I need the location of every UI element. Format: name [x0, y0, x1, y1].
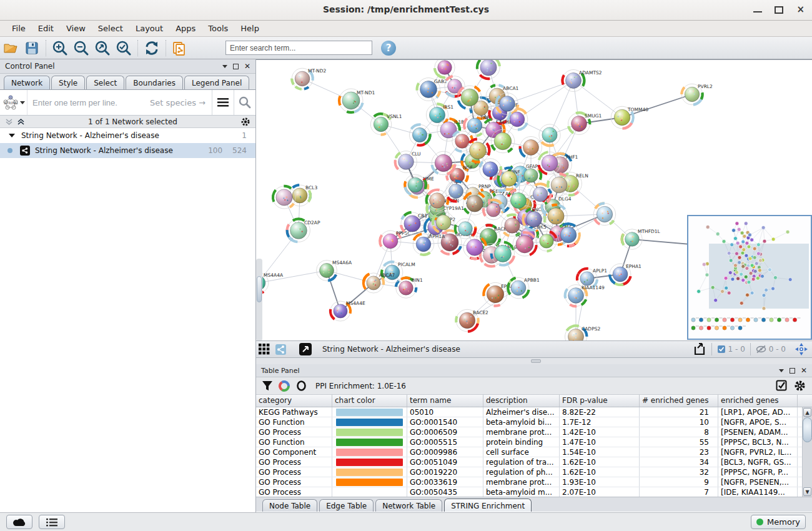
zoom-in-button[interactable] — [49, 39, 71, 57]
tab-style[interactable]: Style — [51, 76, 85, 89]
network-node-GAB2[interactable]: GAB2 — [415, 76, 447, 103]
column-header-description[interactable]: description — [483, 395, 560, 407]
minimize-icon[interactable] — [753, 6, 762, 12]
network-node-MT-ND1[interactable]: MT-ND1 — [335, 85, 375, 116]
table-row[interactable]: GO ProcessGO:0050435beta-amyloid m...2.0… — [256, 487, 812, 497]
network-row-selected[interactable]: String Network - Alzheimer's disease 100… — [0, 143, 255, 158]
network-node-MT-ND2[interactable]: MT-ND2 — [287, 64, 326, 93]
navigator-button[interactable] — [793, 342, 810, 357]
network-node[interactable] — [536, 121, 564, 149]
settings-gear-icon[interactable] — [794, 380, 806, 392]
tab-network-table[interactable]: Network Table — [375, 499, 442, 512]
string-query-input[interactable] — [27, 98, 150, 107]
menu-edit[interactable]: Edit — [32, 22, 59, 35]
column-header-chart-color[interactable]: chart color — [332, 395, 407, 407]
export-view-button[interactable] — [691, 342, 708, 357]
tab-string-enrichment[interactable]: STRING Enrichment — [444, 499, 532, 512]
network-node-MTHFD1L[interactable]: MTHFD1L — [618, 225, 660, 253]
network-node-PPP5C[interactable]: PPP5C — [376, 227, 411, 256]
gear-icon[interactable] — [240, 117, 250, 127]
task-history-button[interactable] — [39, 515, 65, 529]
table-row[interactable]: GO ComponentGO:0009986cell surface1.54E-… — [256, 447, 812, 457]
string-search-button[interactable] — [234, 90, 255, 115]
tab-node-table[interactable]: Node Table — [262, 499, 317, 512]
network-node[interactable] — [590, 199, 620, 230]
menu-layout[interactable]: Layout — [130, 22, 169, 35]
network-node[interactable] — [432, 60, 457, 81]
float-panel-icon[interactable] — [790, 368, 795, 374]
tab-network[interactable]: Network — [4, 76, 50, 89]
zoom-out-button[interactable] — [71, 39, 92, 57]
refresh-network-button[interactable] — [141, 39, 162, 57]
zoom-fit-button[interactable] — [92, 39, 113, 57]
network-node[interactable] — [400, 170, 430, 200]
network-node-EPHA3[interactable]: EPHA3 — [480, 279, 517, 309]
tab-legend-panel[interactable]: Legend Panel — [184, 76, 249, 89]
network-node[interactable] — [473, 60, 505, 83]
scrollbar-thumb[interactable] — [803, 417, 812, 442]
network-node-MS4A6A[interactable]: MS4A6A — [312, 256, 352, 285]
export-network-button[interactable] — [169, 39, 191, 57]
maximize-icon[interactable] — [775, 6, 783, 14]
float-panel-icon[interactable] — [233, 64, 239, 69]
network-node-CADPS2[interactable]: CADPS2 — [560, 321, 600, 340]
birds-eye-view[interactable] — [687, 215, 812, 340]
network-node-SMUG1[interactable]: SMUG1 — [564, 109, 602, 139]
column-header-enriched-genes[interactable]: enriched genes — [718, 395, 798, 407]
panel-divider[interactable] — [256, 358, 812, 364]
search-input[interactable] — [225, 41, 372, 55]
column-header-term-name[interactable]: term name — [407, 395, 483, 407]
ring-chart-icon[interactable] — [296, 380, 307, 391]
network-node-KIAA1149[interactable]: KIAA1149 — [561, 280, 605, 311]
column-header-FDR-p-value[interactable]: FDR p-value — [560, 395, 640, 407]
expand-all-icon[interactable] — [17, 118, 25, 126]
help-icon[interactable]: ? — [381, 41, 396, 56]
network-node-PVRL2[interactable]: PVRL2 — [680, 82, 713, 107]
grid-view-button[interactable] — [256, 342, 272, 357]
string-options-button[interactable] — [212, 90, 234, 115]
close-panel-icon[interactable]: ✕ — [801, 368, 807, 374]
network-node-CD2AP[interactable]: CD2AP — [283, 215, 320, 247]
table-row[interactable]: GO ProcessGO:0051049regulation of tra...… — [256, 457, 812, 467]
menu-view[interactable]: View — [61, 22, 91, 35]
open-session-button[interactable] — [0, 39, 21, 57]
tree-expand-icon[interactable] — [9, 134, 15, 137]
network-node[interactable] — [405, 121, 435, 150]
menu-file[interactable]: File — [6, 22, 31, 35]
scrollbar-thumb[interactable] — [257, 276, 262, 302]
string-logo-button[interactable]: STRING — [0, 90, 27, 115]
menu-select[interactable]: Select — [92, 22, 129, 35]
divider-grip[interactable] — [531, 359, 541, 363]
close-icon[interactable]: × — [796, 4, 805, 15]
scroll-down-icon[interactable]: ▼ — [803, 487, 811, 496]
column-header-category[interactable]: category — [256, 395, 332, 407]
network-vertical-scrollbar[interactable] — [256, 259, 262, 340]
menu-apps[interactable]: Apps — [170, 22, 201, 35]
open-in-string-button[interactable] — [297, 342, 314, 357]
table-row[interactable]: GO ProcessGO:0019220regulation of ph...1… — [256, 467, 812, 477]
table-row[interactable]: GO ProcessGO:0006509membrane prot...1.42… — [256, 427, 812, 437]
network-node-ADAMTS2[interactable]: ADAMTS2 — [558, 65, 602, 96]
close-panel-icon[interactable]: ✕ — [244, 64, 250, 69]
table-row[interactable]: GO FunctionGO:0001540beta-amyloid bi...1… — [256, 417, 812, 427]
network-view[interactable]: MT-ND2MT-ND1VSNL1GAB2ADAMTS2PVRL2TOMM40S… — [256, 59, 812, 340]
table-row[interactable]: KEGG Pathways05010Alzheimer's dise...8.8… — [256, 407, 812, 417]
cloud-button[interactable] — [6, 515, 32, 529]
network-collection-row[interactable]: String Network - Alzheimer's disease 1 — [0, 128, 255, 143]
filter-icon[interactable] — [262, 381, 272, 391]
table-vertical-scrollbar[interactable]: ▲ ▼ — [802, 407, 812, 497]
network-node-TOMM40[interactable]: TOMM40 — [607, 102, 649, 133]
network-node-APBB1[interactable]: APBB1 — [503, 273, 540, 303]
tab-boundaries[interactable]: Boundaries — [126, 76, 183, 89]
scroll-up-icon[interactable]: ▲ — [803, 408, 811, 417]
tab-edge-table[interactable]: Edge Table — [319, 499, 374, 512]
string-share-button[interactable] — [272, 342, 289, 357]
set-species-hint[interactable]: Set species → — [150, 98, 212, 107]
table-row[interactable]: GO FunctionGO:0005515protein binding1.47… — [256, 437, 812, 447]
tab-select[interactable]: Select — [86, 76, 124, 89]
collapse-all-icon[interactable] — [5, 118, 13, 126]
network-node-BACE2[interactable]: BACE2 — [453, 307, 488, 334]
select-all-checkbox-icon[interactable] — [776, 380, 788, 392]
save-session-button[interactable] — [21, 39, 42, 57]
network-node-VSNL1[interactable]: VSNL1 — [366, 109, 402, 139]
